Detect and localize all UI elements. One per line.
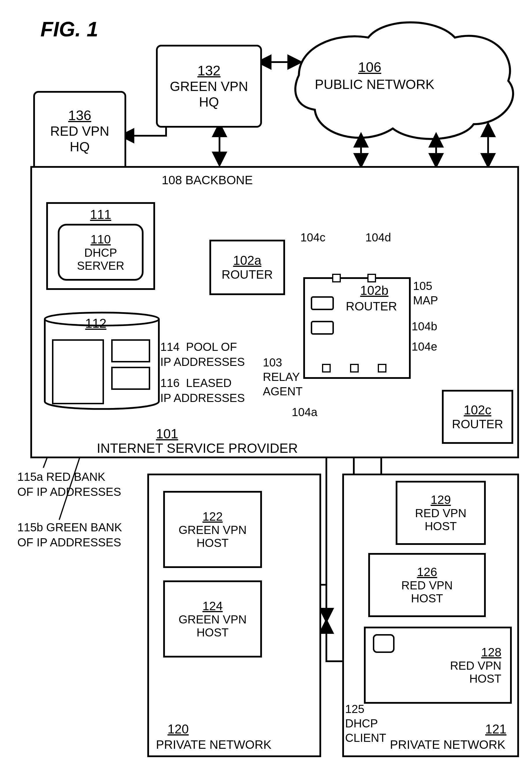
- ref-label: 128: [481, 645, 501, 659]
- ref-label: 121: [485, 722, 506, 736]
- figure-title: FIG. 1: [40, 17, 98, 41]
- ref-label: 101: [156, 426, 178, 441]
- ref-label: 122: [202, 510, 223, 524]
- text-label: DHCP: [84, 246, 117, 259]
- text-label: RED VPN: [450, 659, 501, 672]
- ref-label: 126: [417, 565, 437, 579]
- ref-label: 102a: [233, 253, 261, 268]
- text-label: RED VPN: [401, 579, 453, 592]
- text-label: HOST: [425, 520, 457, 533]
- node-db: 112: [42, 306, 162, 412]
- text-label: HQ: [70, 139, 90, 155]
- dhcp-client-icon: [373, 634, 394, 653]
- port-104b: [350, 364, 359, 372]
- text-label: HQ: [199, 94, 219, 110]
- relay-agent-icon: [311, 321, 334, 335]
- text: AGENT: [263, 385, 303, 398]
- text: RELAY: [263, 370, 300, 383]
- ref-label: 112: [85, 316, 106, 331]
- label-map: 105 MAP: [413, 279, 438, 308]
- text-label: PRIVATE NETWORK: [390, 738, 505, 752]
- text-label: GREEN VPN: [178, 613, 247, 626]
- text-label: HOST: [196, 536, 228, 550]
- text-label: GREEN VPN: [178, 524, 247, 536]
- ref-num: 125: [345, 703, 364, 715]
- node-dhcp-server: 110 DHCP SERVER: [58, 224, 143, 281]
- db-block-114: [111, 339, 150, 362]
- text: DHCP: [345, 717, 378, 730]
- db-block-115a: [52, 339, 104, 404]
- text-label: ROUTER: [346, 300, 397, 313]
- label-104d: 104d: [365, 231, 391, 244]
- node-router-c: 102c ROUTER: [442, 390, 513, 444]
- isp-ref: 101: [156, 426, 178, 442]
- text: IP ADDRESSES: [160, 356, 245, 368]
- backbone-label: 108 BACKBONE: [162, 173, 253, 187]
- node-host-124: 124 GREEN VPN HOST: [163, 581, 262, 657]
- ref-num: 103: [263, 356, 282, 369]
- text: POOL OF: [186, 340, 237, 353]
- ref-num: 116: [160, 376, 180, 389]
- port-104e: [378, 364, 387, 372]
- node-router-a: 102a ROUTER: [209, 240, 285, 295]
- ref-num: 114: [160, 340, 180, 353]
- text: OF IP ADDRESSES: [17, 536, 121, 549]
- node-host-122: 122 GREEN VPN HOST: [163, 491, 262, 568]
- ref-label: 102c: [464, 403, 491, 417]
- text-label: HOST: [196, 626, 228, 639]
- cloud-ref: 106: [358, 59, 381, 75]
- label-dhcp-client: 125 DHCP CLIENT: [345, 702, 386, 745]
- port-104a: [322, 364, 331, 372]
- node-green-vpn-hq: 132 GREEN VPN HQ: [156, 45, 262, 128]
- node-host-128: 128 RED VPN HOST: [364, 626, 512, 704]
- text-label: HOST: [469, 672, 501, 685]
- text-label: RED VPN: [415, 507, 467, 520]
- node-host-129: 129 RED VPN HOST: [396, 481, 486, 545]
- ref-label: 132: [197, 63, 220, 79]
- isp-label: INTERNET SERVICE PROVIDER: [97, 440, 298, 456]
- text-label: ROUTER: [222, 268, 273, 282]
- text-label: GREEN VPN: [170, 79, 248, 94]
- text: OF IP ADDRESSES: [17, 485, 121, 498]
- map-icon: [311, 296, 334, 310]
- label-104c: 104c: [300, 231, 326, 244]
- text: CLIENT: [345, 731, 386, 744]
- text-label: RED VPN: [50, 123, 109, 139]
- text: LEASED: [186, 376, 232, 389]
- text: MAP: [413, 294, 438, 307]
- port-104d: [367, 274, 376, 282]
- ref-label: 111: [90, 207, 111, 222]
- ref-num: 115a: [17, 470, 43, 483]
- text: IP ADDRESSES: [160, 392, 245, 404]
- ref-label: 110: [90, 232, 111, 246]
- text-label: ROUTER: [452, 417, 503, 431]
- ref-num: 105: [413, 280, 432, 292]
- label-red-bank: 115a RED BANK OF IP ADDRESSES: [17, 469, 121, 499]
- label-green-bank: 115b GREEN BANK OF IP ADDRESSES: [17, 520, 122, 550]
- ref-num: 115b: [17, 521, 43, 534]
- label-pool: 114 POOL OF IP ADDRESSES: [160, 339, 245, 369]
- text: RED BANK: [46, 470, 105, 483]
- text-label: HOST: [411, 592, 443, 605]
- db-block-116: [111, 367, 150, 390]
- ref-label: 106: [358, 59, 381, 75]
- diagram-stage: FIG. 1 132 GREEN VPN HQ 136 RED VPN HQ 1…: [0, 0, 532, 784]
- label-104b: 104b: [412, 320, 437, 333]
- node-host-126: 126 RED VPN HOST: [368, 553, 486, 617]
- text-label: SERVER: [77, 259, 124, 272]
- ref-label: 129: [430, 493, 451, 507]
- ref-label: 124: [202, 599, 223, 613]
- label-104e: 104e: [412, 340, 437, 353]
- node-red-vpn-hq: 136 RED VPN HQ: [33, 91, 126, 171]
- ref-label: 102b: [360, 283, 389, 298]
- label-104a: 104a: [292, 406, 317, 419]
- label-leased: 116 LEASED IP ADDRESSES: [160, 375, 245, 405]
- port-104c: [332, 274, 341, 282]
- text: GREEN BANK: [46, 521, 122, 534]
- ref-label: 136: [68, 107, 91, 123]
- ref-label: 120: [168, 722, 189, 736]
- text-label: PRIVATE NETWORK: [156, 738, 272, 752]
- cloud-label: PUBLIC NETWORK: [315, 77, 435, 92]
- label-relay: 103 RELAY AGENT: [263, 355, 303, 398]
